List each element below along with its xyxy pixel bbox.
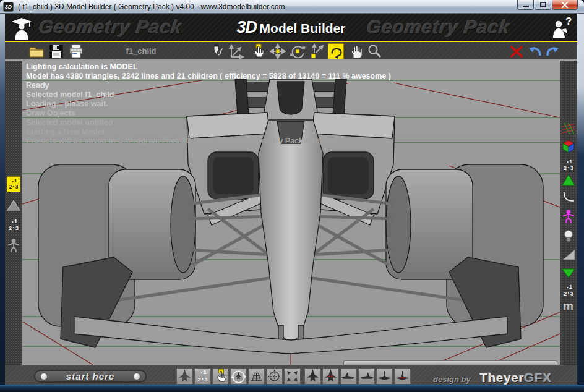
viewport-3d[interactable]: Lighting calculation is MODELModel has 4… [22,61,560,365]
rotate-active-button[interactable] [328,43,344,59]
triangle-corner-button[interactable] [562,247,575,262]
brand-logo: TheyerGFX [479,370,552,385]
help-thinker-icon[interactable]: ? [550,15,573,39]
jet-rotate-icon [231,369,246,384]
select-pointer-icon [250,43,266,59]
delete-red-x-icon [509,43,525,59]
triangle-up-green-icon [562,173,575,188]
light-bulb-button[interactable] [562,229,575,244]
jet-top-icon [177,369,192,384]
bottombar: start here [5,365,577,385]
perspective-mesh-button[interactable] [248,368,265,385]
move-tool-button[interactable] [270,43,286,59]
figure-magenta-button[interactable] [562,209,575,224]
triangle-down-green-button[interactable] [562,266,575,281]
numbers-123-button[interactable] [562,158,575,173]
view-bottom-icon [323,369,338,384]
collapse-arrows-button[interactable] [284,368,301,385]
zoom-button[interactable] [367,43,383,59]
sidebar-right: m [560,61,577,365]
triangle-flat-button[interactable] [7,198,20,213]
open-folder-icon [28,43,45,59]
draw-pen-button[interactable] [209,43,225,59]
rgb-cube-button[interactable] [562,139,575,154]
view-front-icon [377,369,392,384]
curve-line-button[interactable] [562,190,575,205]
scale-tool-button[interactable] [309,43,325,59]
redo-button[interactable] [544,43,560,59]
select-pointer-button[interactable] [250,43,266,59]
design-credit: design by TheyerGFX [433,370,552,385]
view-rear-icon [395,369,410,384]
zoom-magnifier-icon [367,43,383,59]
viewport-messages: Lighting calculation is MODELModel has 4… [26,62,391,146]
view-side-left-icon [341,369,356,384]
nose-cone [259,120,323,344]
numbers-123-button[interactable] [194,368,211,385]
app-banner: Geometry Pack Geometry Pack 3D Model Bui… [5,14,577,41]
collapse-arrows-icon [285,369,300,384]
view-top-button[interactable] [304,368,321,385]
view-side-left-button[interactable] [340,368,357,385]
start-here-label: start here [35,371,145,381]
titlebar[interactable]: 3D ( f1_child ) 3D Model Builder ( Geome… [0,0,584,14]
crosshair-target-button[interactable] [266,368,283,385]
numbers-123-icon [195,369,210,384]
numbers-123-icon [562,158,575,173]
status-message: Selected model f1_child [26,90,391,100]
letter-m-icon: m [562,298,575,313]
window-border-bottom [0,385,584,392]
app-icon: 3D [3,2,14,12]
letter-m-button[interactable]: m [562,298,575,313]
status-message: Loading... please wait. [26,100,391,109]
triangle-down-green-icon [562,266,575,281]
status-message: Ready [26,81,391,90]
draw-pen-icon [209,43,225,59]
maximize-button[interactable] [535,0,551,10]
view-side-right-button[interactable] [358,368,375,385]
window-title: ( f1_child ) 3D Model Builder ( Geometry… [18,2,285,11]
points-123-active-button[interactable] [7,176,20,192]
view-side-right-icon [359,369,374,384]
select-pointer-icon [213,369,228,384]
undo-button[interactable] [527,43,543,59]
figure-person-button[interactable] [7,238,20,253]
jet-model-button[interactable] [176,368,193,385]
save-button[interactable] [48,43,64,59]
numbers-123-icon [562,283,575,298]
numbers-123-button[interactable] [562,283,575,298]
delete-button[interactable] [509,43,525,59]
window-border-right [577,14,584,385]
transform-axes-icon [229,43,245,59]
app-title: 3D Model Builder [5,18,577,37]
design-by-label: design by [433,375,471,384]
view-bottom-button[interactable] [322,368,339,385]
move-icon [270,43,286,59]
view-top-icon [305,369,320,384]
start-here-button[interactable]: start here [34,370,147,383]
numbers-123-icon [7,218,20,232]
triangle-up-green-button[interactable] [562,173,575,188]
numbers-123-button[interactable] [7,218,20,232]
minimize-button[interactable] [517,0,534,10]
perspective-grid-button[interactable] [562,121,575,136]
view-front-button[interactable] [376,368,393,385]
print-button[interactable] [68,43,84,59]
horizontal-scrollbar-thumb[interactable] [343,360,557,365]
sidebar-left [5,61,22,365]
transform-axes-button[interactable] [229,43,245,59]
save-floppy-icon [48,43,64,59]
figure-magenta-icon [562,209,575,224]
perspective-grid-icon [562,121,575,136]
close-button[interactable] [552,0,578,10]
printer-icon [68,43,84,59]
open-folder-button[interactable] [28,43,45,59]
triangle-flat-icon [7,198,20,213]
jet-rotate-button[interactable] [230,368,247,385]
rotate-active-icon [328,44,343,59]
front-wheel-left [109,169,195,279]
rotate-orbit-button[interactable] [290,43,306,59]
pan-hand-button[interactable] [348,43,364,59]
select-pointer-button[interactable] [212,368,229,385]
view-rear-button[interactable] [394,368,411,385]
